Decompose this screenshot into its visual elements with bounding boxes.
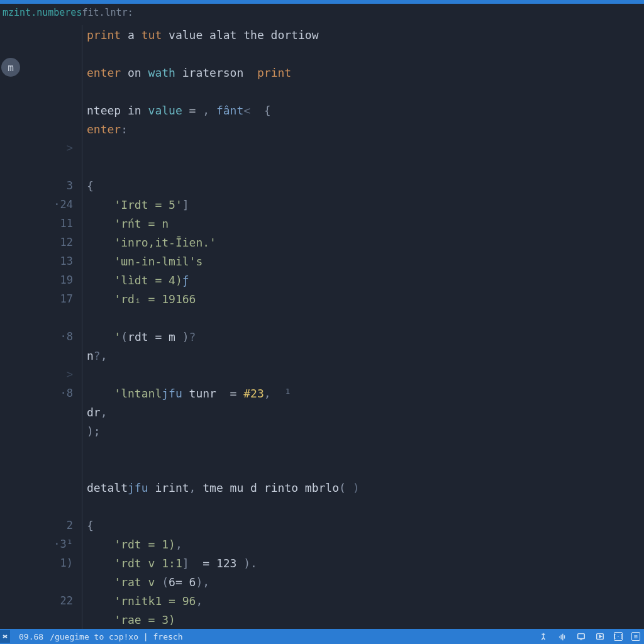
line-number: ·24 — [0, 198, 80, 211]
line-number: 22 — [0, 594, 80, 607]
code-line[interactable]: nteep in value = , fânt< { — [0, 101, 644, 119]
code-editor[interactable]: print a tut value alat the dortiowenter … — [0, 25, 644, 629]
line-content[interactable]: 'rdt v 1:1] = 123 ). — [80, 557, 257, 570]
screen-icon[interactable] — [576, 631, 586, 641]
line-content[interactable]: 'ɯn-in-lmil's — [80, 255, 203, 268]
line-content[interactable]: 'rae = 3) — [80, 613, 175, 626]
code-line[interactable] — [0, 440, 644, 459]
line-number: ·8 — [0, 387, 80, 399]
remote-indicator-icon[interactable] — [0, 630, 10, 643]
code-line[interactable]: ); — [0, 421, 644, 440]
line-number: 12 — [0, 236, 80, 248]
line-number: 1) — [0, 557, 80, 569]
line-content[interactable]: ); — [80, 425, 101, 438]
line-number: ·8 — [0, 330, 80, 343]
line-number: 3 — [0, 179, 80, 192]
line-content[interactable]: n?, — [80, 349, 108, 362]
status-path[interactable]: /guegime to cɔp!xo | fresch — [50, 632, 182, 641]
line-number: 19 — [0, 274, 80, 286]
code-line[interactable]: 13 'ɯn-in-lmil's — [0, 252, 644, 270]
line-content[interactable]: enter: — [80, 123, 128, 136]
code-line[interactable] — [0, 44, 644, 63]
tab-filename[interactable]: mzint.numberes — [3, 7, 82, 18]
layout-icon[interactable]: ⊞ — [631, 632, 640, 641]
line-number: 13 — [0, 255, 80, 267]
line-content[interactable]: 'inro,it-Īien.' — [80, 236, 216, 249]
code-line[interactable]: 1) 'rdt v 1:1] = 123 ). — [0, 553, 644, 572]
pin-icon[interactable] — [538, 631, 548, 641]
code-line[interactable]: 2{ — [0, 516, 644, 535]
line-content[interactable]: 'Irdt = 5'] — [80, 198, 189, 211]
code-line[interactable]: 3{ — [0, 176, 644, 195]
line-content[interactable]: 'rat v (6= 6), — [80, 575, 209, 589]
line-content[interactable]: 'rdᵢ = 19166 — [80, 292, 196, 306]
code-line[interactable] — [0, 82, 644, 101]
line-number: 2 — [0, 519, 80, 531]
code-line[interactable]: 'rat v (6= 6), — [0, 572, 644, 591]
line-number: 11 — [0, 217, 80, 230]
code-line[interactable]: 11 'rńt = n — [0, 214, 644, 233]
code-line[interactable]: enter: — [0, 119, 644, 138]
code-line[interactable]: ·3¹ 'rdt = 1), — [0, 535, 644, 553]
code-line[interactable]: dr, — [0, 402, 644, 421]
line-number: 17 — [0, 292, 80, 305]
code-line[interactable]: > — [0, 365, 644, 384]
line-content[interactable]: '(rdt = m )? — [80, 330, 196, 343]
svg-rect-0 — [578, 634, 585, 639]
code-line[interactable]: 22 'rnitk1 = 96, — [0, 591, 644, 610]
line-number: ·3¹ — [0, 538, 80, 550]
line-content[interactable]: 'rńt = n — [80, 217, 169, 230]
code-line[interactable] — [0, 157, 644, 176]
code-line[interactable]: n?, — [0, 346, 644, 365]
code-line[interactable]: detaltjfu irint, tme mu d rinto mbrlo( ) — [0, 478, 644, 497]
line-content[interactable]: enter on wath iraterson print — [80, 66, 291, 79]
line-content[interactable]: { — [80, 179, 94, 192]
code-line[interactable]: 17 'rdᵢ = 19166 — [0, 289, 644, 308]
line-content[interactable]: { — [80, 519, 94, 532]
code-line[interactable]: ·8 'lntanljfu tunr = #23, ¹ — [0, 384, 644, 402]
code-line[interactable] — [0, 308, 644, 327]
code-line[interactable]: 'rae = 3) — [0, 610, 644, 629]
code-line[interactable] — [0, 497, 644, 516]
code-line[interactable]: 19 'lìdt = 4)ƒ — [0, 270, 644, 289]
bracket-icon[interactable]: [·] — [614, 632, 623, 641]
code-line[interactable]: > — [0, 138, 644, 157]
line-content[interactable]: 'rnitk1 = 96, — [80, 594, 203, 608]
line-content[interactable]: detaltjfu irint, tme mu d rinto mbrlo( ) — [80, 481, 360, 494]
line-number: > — [0, 368, 80, 380]
tab-extension: fit.lntr: — [82, 7, 133, 18]
line-content[interactable]: dr, — [80, 406, 108, 419]
code-line[interactable]: ·8 '(rdt = m )? — [0, 327, 644, 346]
code-line[interactable]: print a tut value alat the dortiow — [0, 25, 644, 44]
code-line[interactable]: ·24 'Irdt = 5'] — [0, 195, 644, 214]
line-content[interactable]: 'lntanljfu tunr = #23, ¹ — [80, 387, 291, 400]
play-icon[interactable] — [595, 631, 605, 641]
status-bar: 09.68 /guegime to cɔp!xo | fresch [·] ⊞ — [0, 629, 644, 644]
line-content[interactable]: nteep in value = , fânt< { — [80, 104, 271, 117]
gutter-rule — [82, 25, 82, 629]
line-content[interactable]: print a tut value alat the dortiow — [80, 28, 318, 42]
line-number: > — [0, 142, 80, 154]
audio-icon[interactable] — [557, 631, 567, 641]
status-position[interactable]: 09.68 — [19, 632, 43, 641]
line-content[interactable]: 'lìdt = 4)ƒ — [80, 274, 189, 287]
code-line[interactable]: enter on wath iraterson print — [0, 63, 644, 82]
line-content[interactable]: 'rdt = 1), — [80, 538, 182, 551]
code-line[interactable]: 12 'inro,it-Īien.' — [0, 233, 644, 252]
code-line[interactable] — [0, 459, 644, 478]
tab-bar[interactable]: mzint.numberes fit.lntr: — [0, 4, 644, 21]
